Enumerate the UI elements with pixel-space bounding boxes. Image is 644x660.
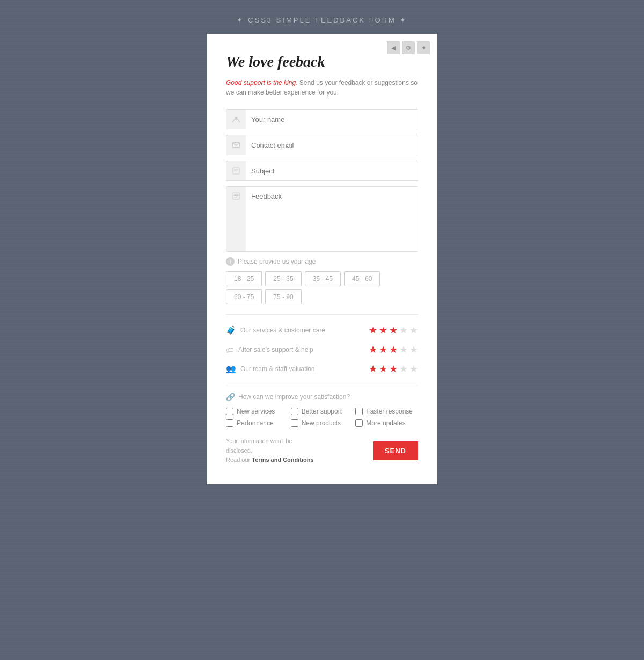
checkbox-new-services-input[interactable]: [226, 408, 233, 415]
age-buttons-group: 18 - 25 25 - 35 35 - 45 45 - 60 60 - 75 …: [226, 271, 418, 304]
age-label-text: Please provide us your age: [238, 258, 316, 265]
feedback-input[interactable]: [246, 187, 418, 251]
star-1[interactable]: ★: [369, 344, 377, 356]
checkbox-new-services[interactable]: New services: [226, 408, 289, 415]
stars-aftersale[interactable]: ★ ★ ★ ★ ★: [369, 344, 418, 356]
feedback-field-wrapper: [226, 186, 418, 252]
name-input[interactable]: [246, 110, 418, 129]
star-3[interactable]: ★: [389, 344, 398, 356]
rating-row-team: 👥 Our team & staff valuation ★ ★ ★ ★ ★: [226, 363, 418, 375]
improve-label: 🔗 How can we improve your satisfaction?: [226, 393, 418, 401]
rating-text-services: Our services & customer care: [240, 327, 325, 334]
rating-label-services: 🧳 Our services & customer care: [226, 325, 325, 335]
star-3[interactable]: ★: [389, 324, 398, 336]
checkbox-new-products[interactable]: New products: [291, 419, 354, 427]
rating-row-aftersale: 🏷 After sale's support & help ★ ★ ★ ★ ★: [226, 344, 418, 356]
age-btn-45-60[interactable]: 45 - 60: [344, 271, 380, 286]
card-subtitle: Good support is the king. Send us your f…: [226, 78, 418, 97]
checkbox-performance-label: Performance: [237, 419, 274, 427]
star-1[interactable]: ★: [369, 324, 377, 336]
checkbox-faster-response-label: Faster response: [366, 408, 413, 415]
checkbox-performance[interactable]: Performance: [226, 419, 289, 427]
improve-label-text: How can we improve your satisfaction?: [238, 393, 350, 401]
card-title: We love feeback: [226, 53, 418, 70]
checkbox-faster-response[interactable]: Faster response: [355, 408, 418, 415]
age-section: i Please provide us your age 18 - 25 25 …: [226, 257, 418, 304]
subject-input[interactable]: [246, 161, 418, 180]
star-2[interactable]: ★: [379, 344, 387, 356]
age-btn-25-35[interactable]: 25 - 35: [265, 271, 301, 286]
age-btn-60-75[interactable]: 60 - 75: [226, 289, 262, 304]
star-4[interactable]: ★: [399, 363, 408, 375]
checkbox-more-updates[interactable]: More updates: [355, 419, 418, 427]
email-input[interactable]: [246, 135, 418, 155]
terms-link[interactable]: Terms and Conditions: [252, 456, 313, 463]
divider-1: [226, 314, 418, 315]
checkbox-better-support-label: Better support: [302, 408, 342, 415]
star-5[interactable]: ★: [409, 344, 418, 356]
rating-text-aftersale: After sale's support & help: [238, 346, 313, 353]
prev-button[interactable]: ◀: [387, 41, 400, 54]
privacy-line2: disclosed.: [226, 447, 252, 454]
checkbox-new-products-label: New products: [302, 419, 341, 427]
checkbox-better-support-input[interactable]: [291, 408, 298, 415]
feedback-icon: [226, 187, 246, 251]
name-field-wrapper: [226, 109, 418, 129]
checkbox-faster-response-input[interactable]: [355, 408, 363, 415]
subtitle-highlight: Good support is the king.: [226, 79, 297, 86]
send-button[interactable]: SEND: [373, 441, 418, 460]
card-icon-group: ◀ ⚙ ✦: [387, 41, 430, 54]
briefcase-icon: 🧳: [226, 325, 236, 335]
email-field-wrapper: [226, 135, 418, 155]
star-2[interactable]: ★: [379, 363, 387, 375]
star-3[interactable]: ★: [389, 363, 398, 375]
checkbox-more-updates-input[interactable]: [355, 419, 363, 427]
rating-label-team: 👥 Our team & staff valuation: [226, 364, 315, 374]
rating-section: 🧳 Our services & customer care ★ ★ ★ ★ ★…: [226, 324, 418, 375]
checkbox-new-services-label: New services: [237, 408, 275, 415]
age-btn-75-90[interactable]: 75 - 90: [265, 289, 301, 304]
checkbox-better-support[interactable]: Better support: [291, 408, 354, 415]
improve-section: 🔗 How can we improve your satisfaction? …: [226, 393, 418, 427]
feedback-card: ◀ ⚙ ✦ We love feeback Good support is th…: [207, 34, 437, 484]
star-2[interactable]: ★: [379, 324, 387, 336]
footer-privacy-text: Your information won't be disclosed. Rea…: [226, 437, 314, 465]
stars-services[interactable]: ★ ★ ★ ★ ★: [369, 324, 418, 336]
star-4[interactable]: ★: [399, 344, 408, 356]
email-icon: [226, 135, 246, 155]
rating-label-aftersale: 🏷 After sale's support & help: [226, 345, 313, 354]
settings-button[interactable]: ⚙: [402, 41, 415, 54]
page-header: ✦ CSS3 Simple Feedback Form ✦: [233, 16, 410, 24]
rating-row-services: 🧳 Our services & customer care ★ ★ ★ ★ ★: [226, 324, 418, 336]
divider-2: [226, 385, 418, 385]
star-4[interactable]: ★: [399, 324, 408, 336]
info-icon: i: [226, 257, 235, 266]
privacy-line3: Read our: [226, 456, 252, 463]
rating-text-team: Our team & staff valuation: [240, 365, 315, 373]
age-btn-35-45[interactable]: 35 - 45: [305, 271, 341, 286]
checkbox-more-updates-label: More updates: [366, 419, 405, 427]
star-5[interactable]: ★: [409, 363, 418, 375]
checkbox-new-products-input[interactable]: [291, 419, 298, 427]
tag-icon: 🏷: [226, 345, 234, 354]
form-footer: Your information won't be disclosed. Rea…: [226, 437, 418, 465]
checkbox-performance-input[interactable]: [226, 419, 233, 427]
twitter-button[interactable]: ✦: [417, 41, 430, 54]
star-5[interactable]: ★: [409, 324, 418, 336]
privacy-line1: Your information won't be: [226, 438, 292, 444]
stars-team[interactable]: ★ ★ ★ ★ ★: [369, 363, 418, 375]
subject-field-wrapper: [226, 161, 418, 181]
checkboxes-grid: New services Better support Faster respo…: [226, 408, 418, 427]
header-text: ✦ CSS3 Simple Feedback Form ✦: [237, 16, 407, 24]
users-icon: 👥: [226, 364, 236, 374]
age-label: i Please provide us your age: [226, 257, 418, 266]
age-btn-18-25[interactable]: 18 - 25: [226, 271, 262, 286]
subject-icon: [226, 161, 246, 180]
user-icon: [226, 110, 246, 129]
link-icon: 🔗: [226, 393, 235, 401]
star-1[interactable]: ★: [369, 363, 377, 375]
